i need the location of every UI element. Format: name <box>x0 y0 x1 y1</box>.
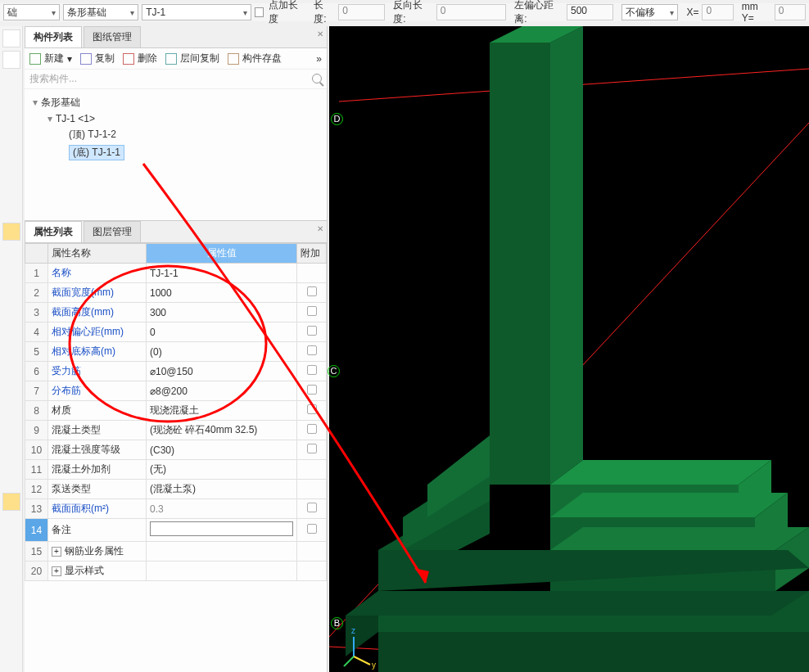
sliver-button-warn-1[interactable] <box>2 223 20 241</box>
row-checkbox[interactable] <box>307 444 317 453</box>
svg-marker-20 <box>550 460 771 485</box>
svg-marker-19 <box>378 632 809 672</box>
toolbar-more[interactable]: » <box>316 53 322 65</box>
row-property-value[interactable]: TJ-1-1 <box>147 264 297 283</box>
dropdown-category[interactable]: 础 <box>3 4 60 20</box>
expand-icon[interactable]: + <box>52 547 61 557</box>
tab-layers[interactable]: 图层管理 <box>84 221 141 242</box>
tab-properties[interactable]: 属性列表 <box>25 221 82 242</box>
row-property-value[interactable] <box>147 562 297 581</box>
row-checkbox[interactable] <box>307 286 317 296</box>
row-extra <box>297 542 327 562</box>
axis-y-label: y <box>372 661 376 670</box>
property-row[interactable]: 5相对底标高(m)(0) <box>25 342 327 362</box>
row-property-value[interactable]: ⌀10@150 <box>147 362 297 381</box>
property-row[interactable]: 20+显示样式 <box>25 562 327 581</box>
property-row[interactable]: 10混凝土强度等级(C30) <box>25 440 327 460</box>
close-bottom-panel-icon[interactable]: ✕ <box>317 224 323 233</box>
row-checkbox[interactable] <box>307 365 317 375</box>
tree-root[interactable]: ▾条形基础 <box>33 94 322 111</box>
tree-group[interactable]: ▾TJ-1 <1> <box>33 111 322 126</box>
row-property-value[interactable]: 300 <box>147 303 297 322</box>
row-number: 6 <box>25 362 48 381</box>
edit-field[interactable] <box>150 521 293 536</box>
row-checkbox[interactable] <box>307 306 317 316</box>
row-property-value[interactable]: ⌀8@200 <box>147 381 297 401</box>
offset-label: 左偏心距离: <box>514 0 563 26</box>
layercopy-button[interactable]: 层间复制 <box>165 52 219 65</box>
row-property-value[interactable]: 1000 <box>147 283 297 303</box>
property-row[interactable]: 4相对偏心距(mm)0 <box>25 322 327 342</box>
y-input[interactable]: 0 <box>775 4 806 20</box>
tree-child-top[interactable]: (顶) TJ-1-2 <box>33 126 322 143</box>
viewport-3d[interactable]: z y D C B <box>329 26 809 672</box>
row-number: 8 <box>25 401 48 421</box>
row-extra <box>297 264 327 283</box>
dropdown-component[interactable]: TJ-1 <box>142 4 251 20</box>
property-row[interactable]: 14备注 <box>25 519 327 542</box>
row-checkbox[interactable] <box>307 385 317 395</box>
checkbox-add-length[interactable] <box>255 7 264 17</box>
delete-icon <box>123 53 134 65</box>
row-property-value[interactable]: 现浇混凝土 <box>147 401 297 421</box>
component-tree: ▾条形基础 ▾TJ-1 <1> (顶) TJ-1-2 (底) TJ-1-1 <box>25 89 327 220</box>
save-button[interactable]: 构件存盘 <box>228 52 282 65</box>
row-property-name: 名称 <box>48 264 147 283</box>
expand-icon[interactable]: + <box>52 566 61 576</box>
tree-child-bottom[interactable]: (底) TJ-1-1 <box>33 143 322 162</box>
search-input[interactable]: 搜索构件... <box>25 70 327 89</box>
row-checkbox[interactable] <box>307 524 317 534</box>
row-extra <box>297 342 327 362</box>
property-row[interactable]: 12泵送类型(混凝土泵) <box>25 480 327 499</box>
property-row[interactable]: 11混凝土外加剂(无) <box>25 460 327 480</box>
row-property-value[interactable]: 0.3 <box>147 499 297 519</box>
copy-icon <box>80 53 92 65</box>
sliver-button-2[interactable] <box>2 51 20 69</box>
property-row[interactable]: 6受力筋⌀10@150 <box>25 362 327 381</box>
row-checkbox[interactable] <box>307 424 317 434</box>
viewport-svg: z y <box>329 26 809 672</box>
tree-root-label: 条形基础 <box>41 97 80 108</box>
length-label: 长度: <box>314 0 335 26</box>
tab-drawings[interactable]: 图纸管理 <box>84 26 141 47</box>
property-row[interactable]: 9混凝土类型(现浇砼 碎石40mm 32.5) <box>25 421 327 440</box>
row-checkbox[interactable] <box>307 503 317 512</box>
row-property-value[interactable]: (C30) <box>147 440 297 460</box>
property-row[interactable]: 2截面宽度(mm)1000 <box>25 283 327 303</box>
tab-components[interactable]: 构件列表 <box>25 26 82 47</box>
row-checkbox[interactable] <box>307 345 317 355</box>
new-button[interactable]: 新建 ▾ <box>29 52 72 65</box>
dropdown-component-value: TJ-1 <box>146 7 165 18</box>
property-row[interactable]: 1名称TJ-1-1 <box>25 264 327 283</box>
row-property-value[interactable] <box>147 519 297 542</box>
row-property-value[interactable] <box>147 542 297 562</box>
property-row[interactable]: 15+钢筋业务属性 <box>25 542 327 562</box>
tree-child-bottom-label: (底) TJ-1-1 <box>69 145 124 160</box>
row-checkbox[interactable] <box>307 404 317 414</box>
property-row[interactable]: 3截面高度(mm)300 <box>25 303 327 322</box>
sliver-button-1[interactable] <box>2 29 20 47</box>
copy-label: 复制 <box>95 52 115 65</box>
row-checkbox[interactable] <box>307 326 317 336</box>
dropdown-shift[interactable]: 不偏移 <box>621 4 678 20</box>
property-row[interactable]: 7分布筋⌀8@200 <box>25 381 327 401</box>
copy-button[interactable]: 复制 <box>80 52 115 65</box>
offset-input[interactable]: 500 <box>567 4 613 20</box>
property-row[interactable]: 13截面面积(m²)0.3 <box>25 499 327 519</box>
row-extra <box>297 362 327 381</box>
close-top-panel-icon[interactable]: ✕ <box>317 29 323 38</box>
x-input[interactable]: 0 <box>702 4 733 20</box>
sliver-button-warn-2[interactable] <box>2 493 20 511</box>
rev-length-input[interactable]: 0 <box>436 4 506 20</box>
row-property-value[interactable]: (混凝土泵) <box>147 480 297 499</box>
row-property-name: 泵送类型 <box>48 480 147 499</box>
row-property-value[interactable]: 0 <box>147 322 297 342</box>
row-property-value[interactable]: (无) <box>147 460 297 480</box>
length-input[interactable]: 0 <box>338 4 385 20</box>
dropdown-type[interactable]: 条形基础 <box>63 4 138 20</box>
row-property-value[interactable]: (0) <box>147 342 297 362</box>
delete-button[interactable]: 删除 <box>123 52 157 65</box>
layercopy-icon <box>165 53 177 65</box>
row-property-value[interactable]: (现浇砼 碎石40mm 32.5) <box>147 421 297 440</box>
property-row[interactable]: 8材质现浇混凝土 <box>25 401 327 421</box>
